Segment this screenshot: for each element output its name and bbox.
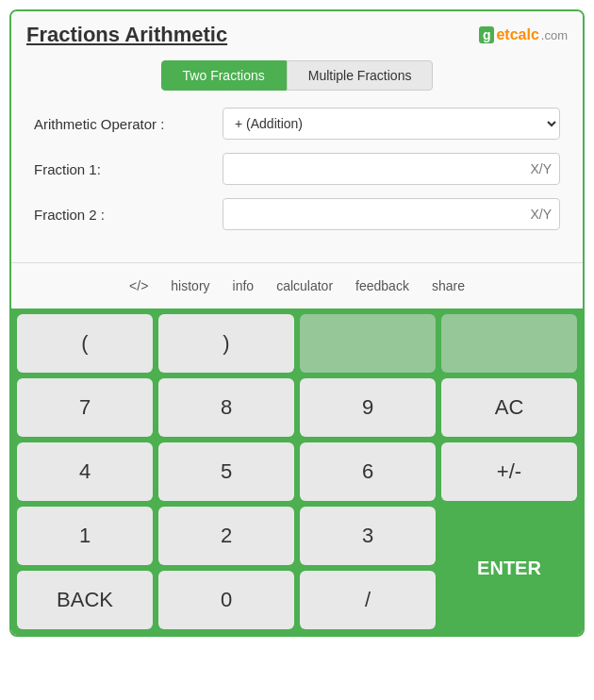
operator-row: Arithmetic Operator : + (Addition) - (Su… [26, 108, 568, 140]
key-1[interactable]: 1 [17, 507, 153, 565]
keypad: ( ) 7 8 9 AC 4 5 6 +/- 1 2 3 ENTER BACK … [11, 308, 583, 635]
main-container: Fractions Arithmetic getcalc.com Two Fra… [9, 9, 585, 637]
app-title: Fractions Arithmetic [26, 23, 227, 47]
brand-logo: getcalc.com [479, 26, 568, 43]
fraction1-row: Fraction 1: [26, 153, 568, 185]
key-plusminus[interactable]: +/- [441, 442, 577, 501]
key-3[interactable]: 3 [300, 507, 436, 565]
tab-multiple-fractions[interactable]: Multiple Fractions [287, 60, 434, 91]
toolbar-embed[interactable]: </> [118, 273, 159, 299]
fraction1-label: Fraction 1: [34, 161, 223, 177]
key-open-paren[interactable]: ( [17, 314, 153, 373]
toolbar-share[interactable]: share [421, 273, 476, 299]
fraction2-input[interactable] [223, 198, 560, 230]
key-8[interactable]: 8 [158, 378, 294, 437]
key-4[interactable]: 4 [17, 442, 153, 501]
key-spacer-2 [441, 314, 577, 373]
key-0[interactable]: 0 [158, 571, 294, 629]
toolbar-history[interactable]: history [159, 273, 221, 299]
key-spacer-1 [300, 314, 436, 373]
key-close-paren[interactable]: ) [158, 314, 294, 373]
key-ac[interactable]: AC [441, 378, 577, 437]
operator-label: Arithmetic Operator : [34, 116, 223, 132]
toolbar-calculator[interactable]: calculator [265, 273, 344, 299]
tab-two-fractions[interactable]: Two Fractions [161, 60, 287, 91]
brand-text: etcalc [496, 26, 538, 43]
toolbar-info[interactable]: info [222, 273, 266, 299]
operator-select[interactable]: + (Addition) - (Subtraction) × (Multipli… [223, 108, 560, 140]
toolbar-feedback[interactable]: feedback [344, 273, 421, 299]
key-6[interactable]: 6 [300, 442, 436, 501]
brand-icon-box: g [479, 26, 495, 43]
fraction2-row: Fraction 2 : [26, 198, 568, 230]
fraction1-input[interactable] [223, 153, 560, 185]
key-back[interactable]: BACK [17, 571, 153, 629]
header-row: Fractions Arithmetic getcalc.com [26, 23, 568, 47]
brand-suffix: .com [541, 28, 568, 42]
key-2[interactable]: 2 [158, 507, 294, 565]
top-section: Fractions Arithmetic getcalc.com Two Fra… [11, 11, 583, 262]
key-5[interactable]: 5 [158, 442, 294, 501]
key-slash[interactable]: / [300, 571, 436, 629]
toolbar: </> history info calculator feedback sha… [11, 262, 583, 308]
key-7[interactable]: 7 [17, 378, 153, 437]
tab-row: Two Fractions Multiple Fractions [26, 60, 568, 91]
fraction2-label: Fraction 2 : [34, 207, 223, 223]
key-9[interactable]: 9 [300, 378, 436, 437]
key-enter[interactable]: ENTER [441, 507, 577, 629]
